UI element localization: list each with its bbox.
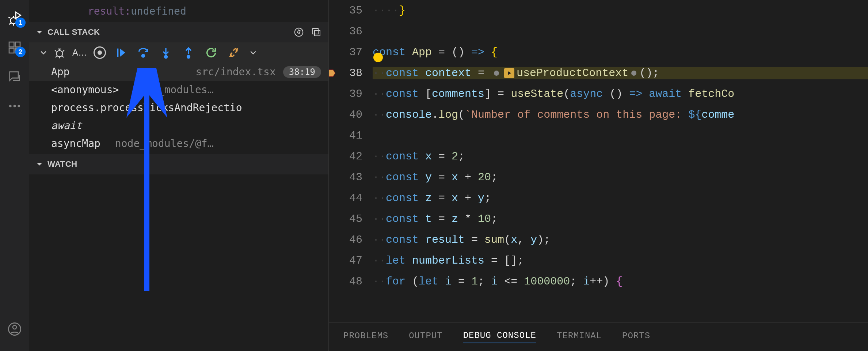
line-number[interactable]: 43: [329, 171, 373, 184]
activity-more[interactable]: [0, 91, 29, 121]
watch-title: WATCH: [47, 159, 77, 169]
inline-hint-dot: [631, 71, 636, 76]
stack-frame[interactable]: asyncMapnode_modules/@f…: [29, 135, 328, 152]
code-line[interactable]: 38··const context = useProductContext();: [329, 63, 868, 83]
svg-marker-16: [120, 49, 125, 57]
line-number[interactable]: 35: [329, 4, 373, 17]
bug-icon: [53, 46, 66, 59]
line-number[interactable]: 37: [329, 46, 373, 58]
watch-header[interactable]: WATCH: [29, 154, 328, 174]
line-number[interactable]: 41: [329, 129, 373, 142]
code-line[interactable]: 47··let numberLists = [];: [329, 250, 868, 271]
stack-frame[interactable]: Appsrc/index.tsx38:19: [29, 63, 328, 81]
inline-hint-dot: [494, 71, 499, 76]
svg-rect-15: [117, 49, 118, 57]
stack-frame-fn: App: [51, 66, 70, 78]
line-number[interactable]: 38: [329, 67, 373, 79]
lightbulb-icon[interactable]: [373, 53, 383, 62]
stack-frame[interactable]: process.processTicksAndRejectio: [29, 99, 328, 117]
code-line[interactable]: 41: [329, 125, 868, 146]
line-content: ··const y = x + 20;: [373, 171, 868, 184]
restart-button[interactable]: [203, 45, 219, 61]
panel-tab-output[interactable]: OUTPUT: [409, 331, 442, 343]
activity-account[interactable]: [0, 314, 29, 344]
line-number[interactable]: 45: [329, 213, 373, 225]
chevron-down-icon: [36, 161, 43, 168]
line-number[interactable]: 39: [329, 88, 373, 100]
code-line[interactable]: 39··const [comments] = useState(async ()…: [329, 83, 868, 104]
line-content: ··const t = z * 10;: [373, 213, 868, 225]
line-content: ··const context = useProductContext();: [373, 67, 868, 79]
svg-rect-5: [15, 42, 20, 47]
panel-tab-ports[interactable]: PORTS: [622, 331, 650, 343]
line-number[interactable]: 40: [329, 109, 373, 121]
code-line[interactable]: 36: [329, 21, 868, 42]
code-line[interactable]: 44··const z = x + y;: [329, 188, 868, 208]
step-out-button[interactable]: [180, 45, 197, 61]
code-line[interactable]: 35····}: [329, 0, 868, 21]
debug-session-label: A…: [72, 48, 87, 58]
svg-rect-12: [313, 29, 318, 34]
stack-frame[interactable]: <anonymous>node_modules…: [29, 81, 328, 99]
inline-run-icon[interactable]: [504, 68, 514, 78]
panel-tab-terminal[interactable]: TERMINAL: [557, 331, 602, 343]
chevron-down-icon: [36, 29, 43, 36]
line-content: ··console.log(`Number of comments on thi…: [373, 109, 868, 121]
line-content: ··const z = x + y;: [373, 192, 868, 204]
stack-frame-pos: 38:19: [283, 66, 321, 78]
line-content: const App = () => {: [373, 46, 868, 58]
code-line[interactable]: 43··const y = x + 20;: [329, 167, 868, 188]
code-line[interactable]: 46··const result = sum(x, y);: [329, 229, 868, 250]
compass-icon[interactable]: [293, 27, 304, 38]
stack-frame[interactable]: await: [29, 117, 328, 135]
activity-extensions[interactable]: 2: [0, 33, 29, 62]
callstack-title: CALL STACK: [47, 27, 100, 37]
line-number[interactable]: 42: [329, 150, 373, 163]
callstack-frames: Appsrc/index.tsx38:19<anonymous>node_mod…: [29, 63, 328, 152]
line-number[interactable]: 47: [329, 254, 373, 267]
svg-point-11: [295, 28, 303, 37]
code-line[interactable]: 45··const t = z * 10;: [329, 208, 868, 229]
line-content: ··let numberLists = [];: [373, 254, 868, 267]
collapse-all-icon[interactable]: [311, 27, 322, 38]
continue-button[interactable]: [113, 45, 129, 61]
code-line[interactable]: 48··for (let i = 1; i <= 1000000; i++) {: [329, 271, 868, 292]
svg-point-17: [142, 54, 144, 57]
activity-comments[interactable]: [0, 62, 29, 91]
svg-rect-13: [315, 30, 320, 36]
bottom-panel-tabs: PROBLEMSOUTPUTDEBUG CONSOLETERMINALPORTS: [329, 322, 868, 351]
code-line[interactable]: 42··const x = 2;: [329, 146, 868, 167]
debug-sidebar: result: undefined CALL STACK A… Appsrc/i…: [29, 0, 329, 351]
svg-point-18: [164, 56, 167, 58]
step-into-button[interactable]: [158, 45, 174, 61]
callstack-header[interactable]: CALL STACK: [29, 22, 328, 42]
step-over-button[interactable]: [135, 45, 151, 61]
stack-frame-fn: asyncMap: [51, 137, 100, 150]
panel-tab-debug-console[interactable]: DEBUG CONSOLE: [463, 331, 536, 343]
code-line[interactable]: 40··console.log(`Number of comments on t…: [329, 104, 868, 125]
record-button[interactable]: [94, 46, 106, 59]
disconnect-button[interactable]: [226, 45, 242, 61]
svg-point-19: [187, 56, 190, 58]
line-content: ··const x = 2;: [373, 150, 868, 163]
chevron-down-icon[interactable]: [250, 49, 256, 56]
svg-point-14: [57, 50, 63, 57]
account-icon: [7, 322, 22, 336]
line-number[interactable]: 48: [329, 275, 373, 288]
comments-icon: [7, 69, 22, 84]
activity-run-debug[interactable]: 1: [0, 4, 29, 33]
code-editor[interactable]: 35····}3637const App = () => {38··const …: [329, 0, 868, 351]
line-content: ····}: [373, 4, 868, 17]
svg-point-6: [9, 105, 12, 107]
breakpoint-icon[interactable]: [329, 68, 336, 78]
svg-point-8: [18, 105, 20, 107]
panel-tab-problems[interactable]: PROBLEMS: [343, 331, 388, 343]
line-number[interactable]: 36: [329, 25, 373, 38]
stack-frame-loc: node_modules…: [133, 84, 213, 96]
line-number[interactable]: 46: [329, 234, 373, 246]
chevron-down-icon[interactable]: [40, 49, 47, 56]
activity-bar: 1 2: [0, 0, 29, 351]
code-line[interactable]: 37const App = () => {: [329, 42, 868, 63]
debug-toolbar: A…: [29, 42, 328, 63]
line-number[interactable]: 44: [329, 192, 373, 204]
